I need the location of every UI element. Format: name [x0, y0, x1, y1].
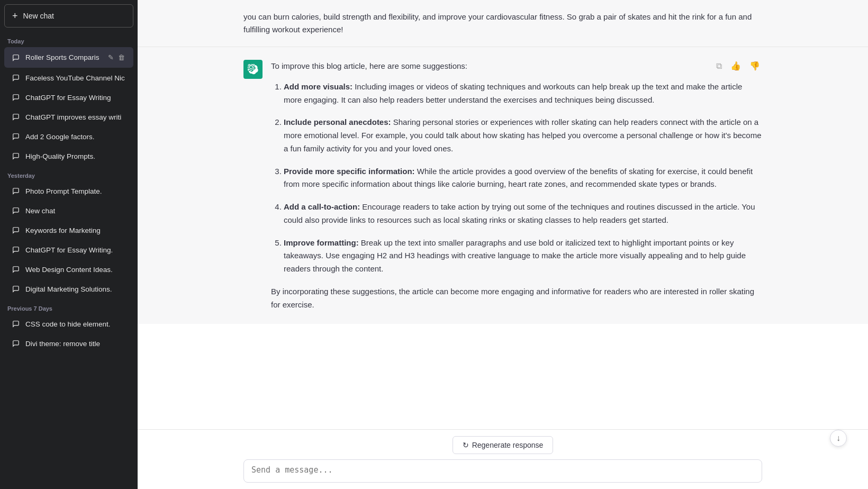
chat-icon: [12, 53, 20, 62]
chat-item-text-chatgpt-essay: ChatGPT for Essay Writing: [25, 94, 126, 102]
section-label-previous-7-days: Previous 7 Days: [0, 299, 138, 314]
sidebar-item-digital-marketing[interactable]: Digital Marketing Solutions.: [4, 279, 133, 298]
sidebar-item-chatgpt-essay-2[interactable]: ChatGPT for Essay Writing.: [4, 240, 133, 259]
sidebar: + New chat TodayRoller Sports Comparis✎🗑…: [0, 0, 138, 489]
section-label-today: Today: [0, 32, 138, 47]
chat-icon: [12, 74, 20, 82]
suggestion-item-1: Add more visuals: Including images or vi…: [284, 80, 762, 107]
chat-item-text-faceless-youtube: Faceless YouTube Channel Nic: [25, 74, 126, 82]
new-chat-button[interactable]: + New chat: [4, 4, 133, 28]
regenerate-button[interactable]: ↻ Regenerate response: [453, 436, 554, 454]
chat-item-text-keywords: Keywords for Marketing: [25, 227, 126, 234]
sidebar-item-chatgpt-improves[interactable]: ChatGPT improves essay writi: [4, 107, 133, 126]
summary-text: By incorporating these suggestions, the …: [271, 285, 762, 312]
message-intro: To improve this blog article, here are s…: [271, 60, 762, 73]
assistant-message: To improve this blog article, here are s…: [138, 47, 868, 324]
suggestion-item-5: Improve formatting: Break up the text in…: [284, 237, 762, 276]
bottom-bar: ↻ Regenerate response: [138, 429, 868, 489]
sidebar-item-web-design[interactable]: Web Design Content Ideas.: [4, 260, 133, 279]
scroll-down-button[interactable]: ↓: [830, 430, 847, 447]
chat-icon: [12, 320, 20, 328]
edit-icon[interactable]: ✎: [107, 52, 115, 62]
chat-item-text-chatgpt-essay-2: ChatGPT for Essay Writing.: [25, 246, 126, 254]
suggestion-item-4: Add a call-to-action: Encourage readers …: [284, 201, 762, 227]
suggestions-list: Add more visuals: Including images or vi…: [271, 80, 762, 276]
chat-item-text-add-2-google: Add 2 Google factors.: [25, 133, 126, 141]
suggestion-item-2: Include personal anecdotes: Sharing pers…: [284, 116, 762, 155]
sidebar-item-divi-theme[interactable]: Divi theme: remove title: [4, 334, 133, 353]
chat-item-text-divi-theme: Divi theme: remove title: [25, 340, 126, 348]
thumbs-up-button[interactable]: 👍: [728, 60, 743, 72]
messages-area: you can burn calories, build strength an…: [138, 0, 868, 429]
thumbs-down-icon: 👎: [749, 61, 760, 70]
chat-icon: [12, 206, 20, 215]
chat-icon: [12, 187, 20, 195]
sidebar-item-css-code[interactable]: CSS code to hide element.: [4, 314, 133, 333]
chat-item-text-high-quality: High-Quality Prompts.: [25, 152, 126, 160]
sidebar-sections: TodayRoller Sports Comparis✎🗑Faceless Yo…: [0, 32, 138, 354]
chatgpt-avatar: [243, 60, 263, 79]
new-chat-label: New chat: [23, 12, 54, 20]
message-actions: ⧉ 👍 👎: [714, 60, 762, 72]
copy-icon: ⧉: [716, 61, 722, 70]
sidebar-item-photo-prompt[interactable]: Photo Prompt Template.: [4, 182, 133, 201]
sidebar-item-keywords[interactable]: Keywords for Marketing: [4, 221, 133, 240]
regenerate-icon: ↻: [463, 441, 469, 449]
scroll-down-icon: ↓: [836, 433, 840, 443]
top-text-block: you can burn calories, build strength an…: [138, 0, 868, 47]
chat-icon: [12, 285, 20, 293]
sidebar-item-faceless-youtube[interactable]: Faceless YouTube Channel Nic: [4, 68, 133, 87]
chat-icon: [12, 265, 20, 274]
assistant-header: To improve this blog article, here are s…: [243, 60, 762, 311]
thumbs-up-icon: 👍: [730, 61, 741, 70]
message-input[interactable]: [243, 459, 762, 483]
chat-item-text-photo-prompt: Photo Prompt Template.: [25, 187, 126, 195]
regenerate-label: Regenerate response: [472, 441, 544, 449]
chat-icon: [12, 113, 20, 121]
delete-icon[interactable]: 🗑: [117, 52, 126, 62]
chat-item-text-chatgpt-improves: ChatGPT improves essay writi: [25, 113, 126, 121]
message-body: To improve this blog article, here are s…: [271, 60, 762, 311]
section-label-yesterday: Yesterday: [0, 166, 138, 181]
chat-icon: [12, 226, 20, 234]
chat-item-actions: ✎🗑: [107, 52, 126, 62]
chat-icon: [12, 93, 20, 102]
plus-icon: +: [12, 11, 18, 21]
thumbs-down-button[interactable]: 👎: [747, 60, 762, 72]
sidebar-item-chatgpt-essay[interactable]: ChatGPT for Essay Writing: [4, 88, 133, 107]
chat-item-text-digital-marketing: Digital Marketing Solutions.: [25, 285, 126, 293]
chat-item-text-web-design: Web Design Content Ideas.: [25, 266, 126, 274]
chat-icon: [12, 246, 20, 254]
chat-icon: [12, 152, 20, 160]
main-content: you can burn calories, build strength an…: [138, 0, 868, 489]
chat-icon: [12, 132, 20, 141]
chat-item-text-roller-sports: Roller Sports Comparis: [25, 53, 102, 61]
sidebar-item-add-2-google[interactable]: Add 2 Google factors.: [4, 127, 133, 146]
top-text-content: you can burn calories, build strength an…: [243, 12, 752, 34]
suggestion-item-3: Provide more specific information: While…: [284, 165, 762, 192]
sidebar-item-new-chat-y[interactable]: New chat: [4, 201, 133, 220]
chat-icon: [12, 339, 20, 348]
chat-item-text-css-code: CSS code to hide element.: [25, 320, 126, 328]
sidebar-item-high-quality[interactable]: High-Quality Prompts.: [4, 147, 133, 166]
sidebar-item-roller-sports[interactable]: Roller Sports Comparis✎🗑: [4, 47, 133, 68]
copy-button[interactable]: ⧉: [714, 60, 724, 72]
chat-item-text-new-chat-y: New chat: [25, 207, 126, 215]
